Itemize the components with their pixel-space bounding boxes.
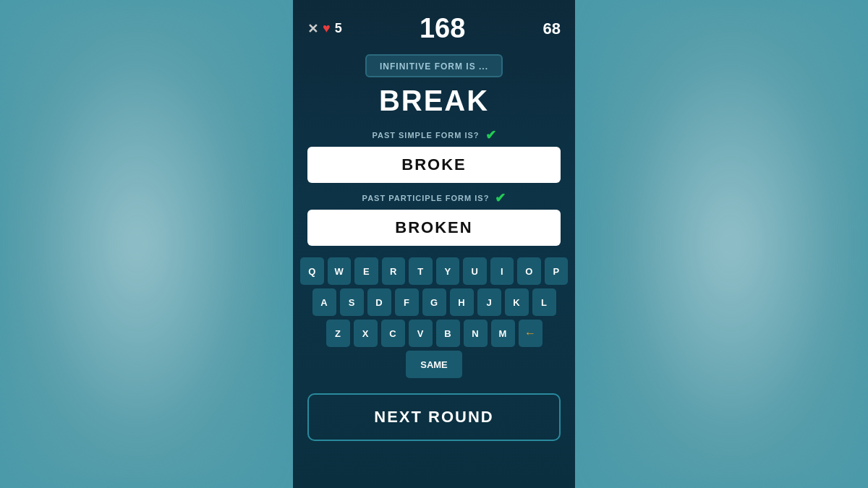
key-d[interactable]: D [367,288,391,316]
key-x[interactable]: X [354,320,378,347]
keyboard-row-2: A S D F G H J K L [300,288,568,316]
next-round-label: NEXT ROUND [374,408,493,426]
next-round-button[interactable]: NEXT ROUND [307,393,561,441]
past-simple-section: PAST SIMPLE FORM IS? ✔ BROKE [293,127,575,183]
key-i[interactable]: I [490,257,514,285]
heart-icon: ♥ [323,21,331,36]
past-simple-label: PAST SIMPLE FORM IS? [372,131,479,140]
past-simple-label-row: PAST SIMPLE FORM IS? ✔ [307,127,561,143]
key-e[interactable]: E [354,257,378,285]
key-w[interactable]: W [328,257,352,285]
main-word: BREAK [379,85,489,117]
past-simple-answer-box: BROKE [307,147,561,183]
past-participle-section: PAST PARTICIPLE FORM IS? ✔ BROKEN [293,190,575,246]
key-u[interactable]: U [463,257,487,285]
key-z[interactable]: Z [326,320,350,347]
key-o[interactable]: O [517,257,541,285]
key-l[interactable]: L [532,288,556,316]
infinitive-banner-text: INFINITIVE FORM IS ... [380,61,488,72]
past-participle-check: ✔ [495,190,506,206]
key-s[interactable]: S [340,288,364,316]
past-participle-answer-box: BROKEN [307,210,561,246]
key-f[interactable]: F [395,288,419,316]
same-key[interactable]: SAME [406,351,462,378]
header-left: ✕ ♥ 5 [307,21,342,37]
key-y[interactable]: Y [436,257,460,285]
key-m[interactable]: M [491,320,515,347]
past-participle-label-row: PAST PARTICIPLE FORM IS? ✔ [307,190,561,206]
score-display: 168 [420,13,465,44]
lives-count: 5 [335,21,342,36]
past-participle-answer: BROKEN [395,218,472,236]
level-display: 68 [543,20,561,38]
key-p[interactable]: P [545,257,569,285]
past-simple-answer: BROKE [401,155,466,174]
past-participle-label: PAST PARTICIPLE FORM IS? [362,194,490,202]
bg-blur-right [593,0,868,488]
key-r[interactable]: R [382,257,406,285]
key-t[interactable]: T [409,257,433,285]
key-v[interactable]: V [409,320,433,347]
key-g[interactable]: G [422,288,446,316]
keyboard-row-1: Q W E R T Y U I O P [300,257,568,285]
key-n[interactable]: N [464,320,488,347]
key-c[interactable]: C [381,320,405,347]
backspace-key[interactable]: ← [519,320,542,347]
key-b[interactable]: B [436,320,460,347]
key-h[interactable]: H [450,288,474,316]
keyboard-row-3: Z X C V B N M ← [300,320,568,347]
close-button[interactable]: ✕ [307,21,318,37]
key-q[interactable]: Q [300,257,324,285]
infinitive-banner: INFINITIVE FORM IS ... [365,54,503,77]
keyboard-row-4: SAME [300,351,568,378]
keyboard: Q W E R T Y U I O P A S D F G H J K L Z … [293,257,575,382]
key-k[interactable]: K [505,288,529,316]
phone-container: ✕ ♥ 5 168 68 INFINITIVE FORM IS ... BREA… [293,0,575,488]
key-a[interactable]: A [312,288,336,316]
past-simple-check: ✔ [485,127,496,143]
header: ✕ ♥ 5 168 68 [293,0,575,51]
bg-blur-left [0,0,275,488]
key-j[interactable]: J [477,288,501,316]
